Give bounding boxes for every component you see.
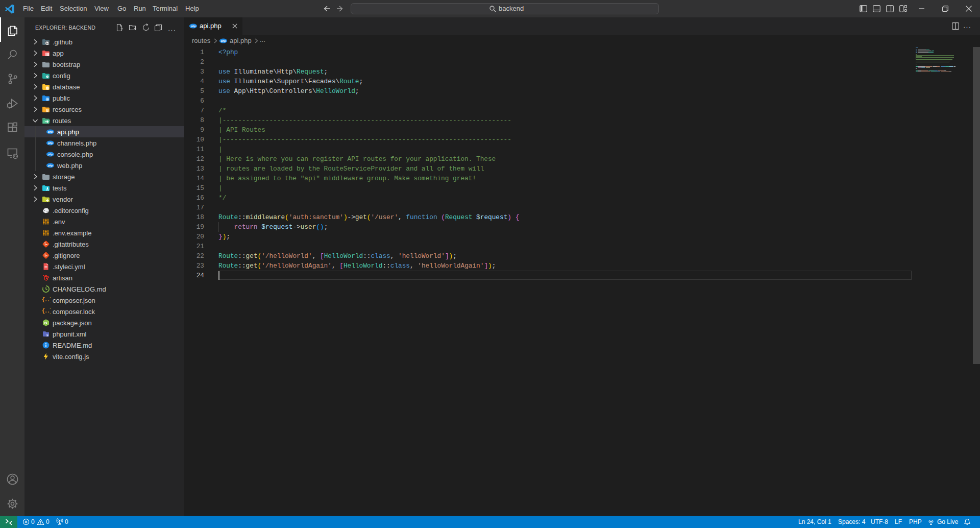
svg-text:php: php — [47, 153, 53, 156]
svg-text:php: php — [47, 141, 53, 145]
svg-text:php: php — [220, 39, 226, 42]
svg-text:php: php — [190, 25, 196, 28]
svg-text:php: php — [47, 130, 53, 133]
svg-text:php: php — [47, 164, 53, 167]
